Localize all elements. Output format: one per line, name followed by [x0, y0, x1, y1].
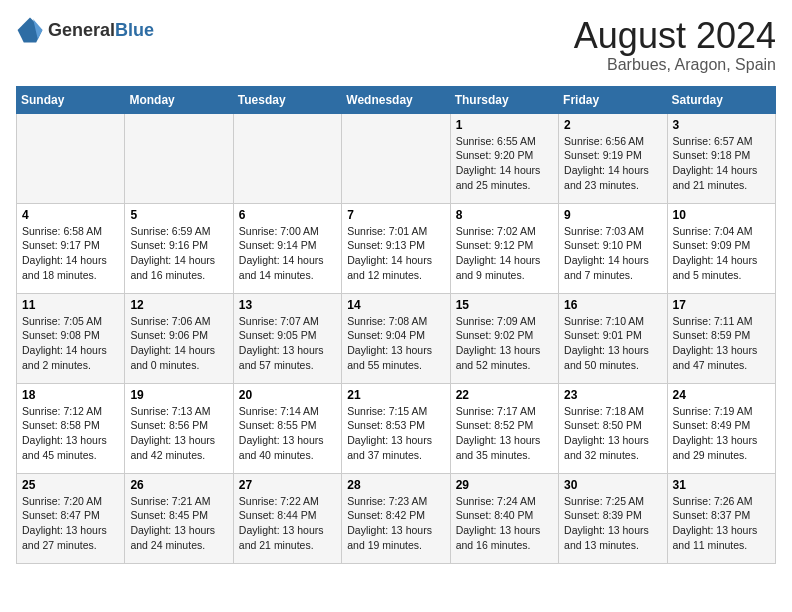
calendar-cell: 9Sunrise: 7:03 AM Sunset: 9:10 PM Daylig… [559, 203, 667, 293]
day-info: Sunrise: 6:56 AM Sunset: 9:19 PM Dayligh… [564, 134, 661, 193]
day-number: 20 [239, 388, 336, 402]
calendar-cell [342, 113, 450, 203]
day-info: Sunrise: 7:22 AM Sunset: 8:44 PM Dayligh… [239, 494, 336, 553]
header: GeneralBlue August 2024 Barbues, Aragon,… [16, 16, 776, 74]
calendar-cell: 18Sunrise: 7:12 AM Sunset: 8:58 PM Dayli… [17, 383, 125, 473]
day-info: Sunrise: 7:25 AM Sunset: 8:39 PM Dayligh… [564, 494, 661, 553]
logo: GeneralBlue [16, 16, 154, 44]
logo-icon [16, 16, 44, 44]
day-info: Sunrise: 7:15 AM Sunset: 8:53 PM Dayligh… [347, 404, 444, 463]
calendar-cell: 2Sunrise: 6:56 AM Sunset: 9:19 PM Daylig… [559, 113, 667, 203]
calendar-cell: 10Sunrise: 7:04 AM Sunset: 9:09 PM Dayli… [667, 203, 775, 293]
day-info: Sunrise: 7:24 AM Sunset: 8:40 PM Dayligh… [456, 494, 553, 553]
day-info: Sunrise: 7:12 AM Sunset: 8:58 PM Dayligh… [22, 404, 119, 463]
day-number: 27 [239, 478, 336, 492]
day-header-wednesday: Wednesday [342, 86, 450, 113]
logo-blue-text: Blue [115, 20, 154, 40]
day-number: 11 [22, 298, 119, 312]
day-info: Sunrise: 6:55 AM Sunset: 9:20 PM Dayligh… [456, 134, 553, 193]
day-info: Sunrise: 7:01 AM Sunset: 9:13 PM Dayligh… [347, 224, 444, 283]
calendar-cell: 17Sunrise: 7:11 AM Sunset: 8:59 PM Dayli… [667, 293, 775, 383]
calendar-cell [233, 113, 341, 203]
day-info: Sunrise: 7:18 AM Sunset: 8:50 PM Dayligh… [564, 404, 661, 463]
calendar-week-2: 4Sunrise: 6:58 AM Sunset: 9:17 PM Daylig… [17, 203, 776, 293]
calendar-cell: 16Sunrise: 7:10 AM Sunset: 9:01 PM Dayli… [559, 293, 667, 383]
day-number: 12 [130, 298, 227, 312]
day-info: Sunrise: 7:21 AM Sunset: 8:45 PM Dayligh… [130, 494, 227, 553]
calendar-cell: 24Sunrise: 7:19 AM Sunset: 8:49 PM Dayli… [667, 383, 775, 473]
day-number: 18 [22, 388, 119, 402]
subtitle: Barbues, Aragon, Spain [574, 56, 776, 74]
day-info: Sunrise: 7:09 AM Sunset: 9:02 PM Dayligh… [456, 314, 553, 373]
day-info: Sunrise: 6:59 AM Sunset: 9:16 PM Dayligh… [130, 224, 227, 283]
day-info: Sunrise: 7:10 AM Sunset: 9:01 PM Dayligh… [564, 314, 661, 373]
calendar-cell: 30Sunrise: 7:25 AM Sunset: 8:39 PM Dayli… [559, 473, 667, 563]
calendar-cell: 31Sunrise: 7:26 AM Sunset: 8:37 PM Dayli… [667, 473, 775, 563]
title-area: August 2024 Barbues, Aragon, Spain [574, 16, 776, 74]
day-number: 4 [22, 208, 119, 222]
calendar-cell: 23Sunrise: 7:18 AM Sunset: 8:50 PM Dayli… [559, 383, 667, 473]
calendar-cell [17, 113, 125, 203]
day-info: Sunrise: 7:20 AM Sunset: 8:47 PM Dayligh… [22, 494, 119, 553]
calendar-week-3: 11Sunrise: 7:05 AM Sunset: 9:08 PM Dayli… [17, 293, 776, 383]
calendar-cell: 28Sunrise: 7:23 AM Sunset: 8:42 PM Dayli… [342, 473, 450, 563]
day-number: 25 [22, 478, 119, 492]
day-number: 29 [456, 478, 553, 492]
calendar-cell: 8Sunrise: 7:02 AM Sunset: 9:12 PM Daylig… [450, 203, 558, 293]
day-info: Sunrise: 7:26 AM Sunset: 8:37 PM Dayligh… [673, 494, 770, 553]
calendar-week-5: 25Sunrise: 7:20 AM Sunset: 8:47 PM Dayli… [17, 473, 776, 563]
day-info: Sunrise: 7:04 AM Sunset: 9:09 PM Dayligh… [673, 224, 770, 283]
day-number: 19 [130, 388, 227, 402]
main-title: August 2024 [574, 16, 776, 56]
calendar-cell: 7Sunrise: 7:01 AM Sunset: 9:13 PM Daylig… [342, 203, 450, 293]
calendar-cell: 22Sunrise: 7:17 AM Sunset: 8:52 PM Dayli… [450, 383, 558, 473]
day-header-tuesday: Tuesday [233, 86, 341, 113]
calendar-cell: 3Sunrise: 6:57 AM Sunset: 9:18 PM Daylig… [667, 113, 775, 203]
logo-general-text: General [48, 20, 115, 40]
calendar-cell: 12Sunrise: 7:06 AM Sunset: 9:06 PM Dayli… [125, 293, 233, 383]
day-info: Sunrise: 7:07 AM Sunset: 9:05 PM Dayligh… [239, 314, 336, 373]
calendar-cell: 13Sunrise: 7:07 AM Sunset: 9:05 PM Dayli… [233, 293, 341, 383]
day-info: Sunrise: 7:13 AM Sunset: 8:56 PM Dayligh… [130, 404, 227, 463]
day-number: 13 [239, 298, 336, 312]
day-number: 6 [239, 208, 336, 222]
day-info: Sunrise: 7:02 AM Sunset: 9:12 PM Dayligh… [456, 224, 553, 283]
day-header-monday: Monday [125, 86, 233, 113]
day-info: Sunrise: 7:14 AM Sunset: 8:55 PM Dayligh… [239, 404, 336, 463]
calendar-cell: 6Sunrise: 7:00 AM Sunset: 9:14 PM Daylig… [233, 203, 341, 293]
calendar-cell: 19Sunrise: 7:13 AM Sunset: 8:56 PM Dayli… [125, 383, 233, 473]
day-number: 16 [564, 298, 661, 312]
day-number: 5 [130, 208, 227, 222]
day-header-saturday: Saturday [667, 86, 775, 113]
day-number: 2 [564, 118, 661, 132]
day-number: 7 [347, 208, 444, 222]
day-info: Sunrise: 7:00 AM Sunset: 9:14 PM Dayligh… [239, 224, 336, 283]
calendar-cell: 20Sunrise: 7:14 AM Sunset: 8:55 PM Dayli… [233, 383, 341, 473]
day-number: 1 [456, 118, 553, 132]
day-number: 30 [564, 478, 661, 492]
calendar-cell [125, 113, 233, 203]
calendar-cell: 1Sunrise: 6:55 AM Sunset: 9:20 PM Daylig… [450, 113, 558, 203]
day-number: 26 [130, 478, 227, 492]
calendar-cell: 15Sunrise: 7:09 AM Sunset: 9:02 PM Dayli… [450, 293, 558, 383]
calendar-cell: 11Sunrise: 7:05 AM Sunset: 9:08 PM Dayli… [17, 293, 125, 383]
day-info: Sunrise: 7:23 AM Sunset: 8:42 PM Dayligh… [347, 494, 444, 553]
day-info: Sunrise: 6:57 AM Sunset: 9:18 PM Dayligh… [673, 134, 770, 193]
day-info: Sunrise: 7:08 AM Sunset: 9:04 PM Dayligh… [347, 314, 444, 373]
calendar-cell: 21Sunrise: 7:15 AM Sunset: 8:53 PM Dayli… [342, 383, 450, 473]
day-header-friday: Friday [559, 86, 667, 113]
day-header-thursday: Thursday [450, 86, 558, 113]
day-number: 3 [673, 118, 770, 132]
day-info: Sunrise: 7:05 AM Sunset: 9:08 PM Dayligh… [22, 314, 119, 373]
calendar-table: SundayMondayTuesdayWednesdayThursdayFrid… [16, 86, 776, 564]
day-info: Sunrise: 7:17 AM Sunset: 8:52 PM Dayligh… [456, 404, 553, 463]
day-info: Sunrise: 7:03 AM Sunset: 9:10 PM Dayligh… [564, 224, 661, 283]
calendar-cell: 25Sunrise: 7:20 AM Sunset: 8:47 PM Dayli… [17, 473, 125, 563]
day-number: 17 [673, 298, 770, 312]
day-number: 10 [673, 208, 770, 222]
calendar-week-1: 1Sunrise: 6:55 AM Sunset: 9:20 PM Daylig… [17, 113, 776, 203]
day-number: 28 [347, 478, 444, 492]
calendar-week-4: 18Sunrise: 7:12 AM Sunset: 8:58 PM Dayli… [17, 383, 776, 473]
calendar-cell: 29Sunrise: 7:24 AM Sunset: 8:40 PM Dayli… [450, 473, 558, 563]
day-info: Sunrise: 7:06 AM Sunset: 9:06 PM Dayligh… [130, 314, 227, 373]
